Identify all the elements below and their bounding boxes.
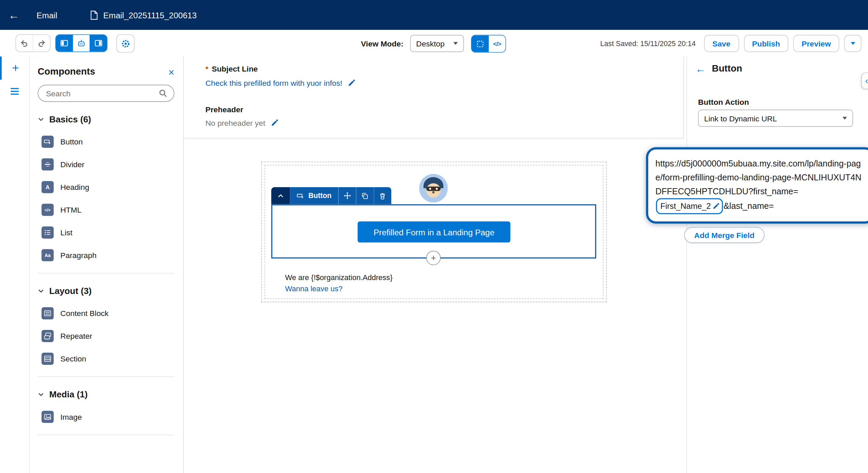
search-box bbox=[38, 85, 174, 102]
footer-link[interactable]: Wanna leave us? bbox=[285, 284, 343, 293]
component-item-section[interactable]: Section bbox=[38, 347, 174, 370]
add-component-button[interactable]: + bbox=[426, 251, 440, 265]
edit-preheader-button[interactable] bbox=[271, 119, 279, 127]
content-block-component-icon bbox=[41, 307, 54, 319]
component-type-badge: Button bbox=[290, 187, 338, 204]
add-components-tab[interactable]: + bbox=[0, 57, 29, 80]
component-item-label: List bbox=[60, 228, 73, 237]
component-item-repeater[interactable]: Repeater bbox=[38, 324, 174, 347]
email-canvas-area: * Subject Line Check this prefilled form… bbox=[184, 57, 686, 473]
button-action-value: Link to Dynamic URL bbox=[704, 114, 777, 123]
add-merge-field-button[interactable]: Add Merge Field bbox=[684, 227, 765, 243]
list-component-icon bbox=[41, 226, 54, 238]
component-item-divider[interactable]: Divider bbox=[38, 153, 174, 176]
url-before: https://d5j000000m5ubuaa.my.site.com/lp/… bbox=[655, 159, 862, 196]
subject-line-value[interactable]: Check this prefilled form with yuor info… bbox=[205, 79, 342, 87]
delete-component-button[interactable] bbox=[374, 187, 391, 204]
save-button[interactable]: Save bbox=[704, 35, 738, 52]
panel-collapse-tab[interactable]: ‹ bbox=[861, 73, 868, 89]
section-component-icon bbox=[41, 352, 54, 364]
url-field-highlight: https://d5j000000m5ubuaa.my.site.com/lp/… bbox=[646, 147, 868, 223]
components-panel: Components × Basics (6) Button bbox=[30, 57, 184, 473]
section-header-layout[interactable]: Layout (3) bbox=[38, 286, 174, 296]
left-panel-toggle[interactable] bbox=[56, 35, 73, 52]
view-mode-label: View Mode: bbox=[361, 39, 403, 48]
component-item-heading[interactable]: A Heading bbox=[38, 176, 174, 198]
chevron-up-icon bbox=[277, 192, 284, 199]
image-component-icon bbox=[41, 411, 54, 423]
view-mode-select[interactable]: Desktop bbox=[410, 35, 463, 52]
svg-text:Aa: Aa bbox=[45, 252, 51, 258]
right-panel-toggle[interactable] bbox=[90, 35, 107, 52]
close-panel-button[interactable]: × bbox=[168, 67, 174, 77]
component-item-button[interactable]: Button bbox=[38, 130, 174, 153]
section-label-layout: Layout (3) bbox=[49, 286, 92, 296]
code-editor-toggle[interactable]: </> bbox=[488, 35, 506, 52]
component-item-paragraph[interactable]: Aa Paragraph bbox=[38, 243, 174, 266]
footer-text[interactable]: We are {!$organization.Address} bbox=[285, 274, 393, 282]
back-button[interactable]: ← bbox=[0, 0, 28, 30]
search-input[interactable] bbox=[45, 88, 159, 98]
menu-icon bbox=[11, 88, 19, 95]
chevron-left-icon: ‹ bbox=[865, 76, 868, 86]
preview-button[interactable]: Preview bbox=[793, 35, 839, 52]
merge-field-name: First_Name_2 bbox=[660, 199, 711, 213]
structure-tab[interactable] bbox=[0, 80, 29, 103]
chevron-down-icon bbox=[843, 117, 847, 119]
panel-back-button[interactable]: ← bbox=[695, 63, 706, 74]
svg-text:A: A bbox=[46, 184, 50, 190]
heading-component-icon: A bbox=[41, 181, 54, 193]
email-cta-button[interactable]: Prefilled Form in a Landing Page bbox=[358, 221, 511, 242]
back-arrow-icon: ← bbox=[8, 8, 19, 21]
assistant-toggle[interactable] bbox=[73, 35, 90, 52]
undo-button[interactable] bbox=[16, 35, 33, 52]
component-toolbar: Button bbox=[271, 187, 391, 204]
divider bbox=[38, 376, 174, 377]
view-mode-value: Desktop bbox=[416, 39, 445, 48]
component-item-label: Button bbox=[60, 137, 83, 146]
component-toolbar-label: Button bbox=[308, 192, 331, 200]
divider bbox=[38, 273, 174, 274]
add-merge-field-label: Add Merge Field bbox=[694, 231, 754, 239]
merge-field-pill[interactable]: First_Name_2 bbox=[656, 198, 723, 214]
preheader-label: Preheader bbox=[205, 105, 243, 114]
publish-button[interactable]: Publish bbox=[744, 35, 788, 52]
section-header-basics[interactable]: Basics (6) bbox=[38, 115, 174, 124]
save-label: Save bbox=[712, 39, 730, 48]
email-cta-label: Prefilled Form in a Landing Page bbox=[374, 227, 495, 237]
settings-button[interactable] bbox=[116, 34, 135, 53]
subject-preheader-card: * Subject Line Check this prefilled form… bbox=[184, 57, 684, 139]
collapse-component-button[interactable] bbox=[271, 187, 290, 204]
duplicate-component-button[interactable] bbox=[356, 187, 374, 204]
chevron-down-icon bbox=[851, 42, 855, 45]
html-component-icon: </> bbox=[41, 203, 54, 216]
component-item-label: Heading bbox=[60, 182, 89, 191]
button-action-select[interactable]: Link to Dynamic URL bbox=[698, 110, 853, 127]
component-item-image[interactable]: Image bbox=[38, 405, 174, 428]
redo-button[interactable] bbox=[33, 35, 50, 52]
section-header-media[interactable]: Media (1) bbox=[38, 390, 174, 399]
panel-toggle-group bbox=[55, 34, 107, 52]
paragraph-component-icon: Aa bbox=[41, 249, 54, 261]
subject-line-label: Subject Line bbox=[212, 64, 258, 73]
edit-subject-button[interactable] bbox=[348, 79, 356, 87]
plus-icon: + bbox=[431, 253, 436, 263]
visual-editor-toggle[interactable] bbox=[472, 35, 488, 52]
component-item-content-block[interactable]: Content Block bbox=[38, 302, 174, 324]
move-component-button[interactable] bbox=[338, 187, 356, 204]
component-item-html[interactable]: </> HTML bbox=[38, 198, 174, 221]
preheader-value[interactable]: No preheader yet bbox=[205, 118, 265, 127]
preview-dropdown-button[interactable] bbox=[844, 35, 862, 52]
right-panel-icon bbox=[94, 39, 103, 47]
publish-label: Publish bbox=[752, 39, 780, 48]
dynamic-url-input[interactable]: https://d5j000000m5ubuaa.my.site.com/lp/… bbox=[648, 150, 868, 214]
pencil-icon bbox=[271, 119, 279, 127]
pencil-icon[interactable] bbox=[712, 203, 719, 210]
duplicate-icon bbox=[361, 192, 369, 200]
email-builder-app: ← Email Email_20251115_200613 bbox=[0, 0, 868, 473]
properties-panel: ← Button Button Action Link to Dynamic U… bbox=[686, 57, 868, 473]
section-label-media: Media (1) bbox=[49, 390, 87, 399]
component-item-label: Paragraph bbox=[60, 251, 97, 259]
redo-icon bbox=[37, 39, 46, 47]
component-item-list[interactable]: List bbox=[38, 221, 174, 243]
